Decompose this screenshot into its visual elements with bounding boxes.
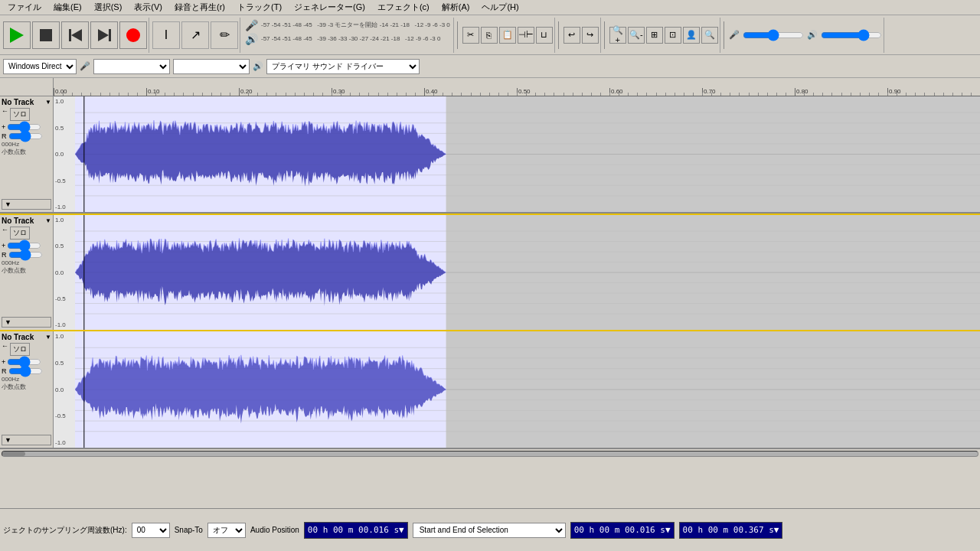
- stop-button[interactable]: [32, 21, 60, 49]
- selection-mode-dropdown[interactable]: Start and End of Selection Start and Len…: [413, 523, 566, 538]
- vu-scale-bottom: -57 -54 -51 -48 -45 -39 -36 -33 -30 -27 …: [261, 35, 440, 42]
- track-3-row: No Track ▼ ← ソロ + R 000Hz 小数点数 ▼ 1.0 0.5: [0, 331, 980, 448]
- position-label: Audio Position: [250, 526, 299, 534]
- zoom-fit-button[interactable]: ⊞: [646, 27, 663, 44]
- level-group: 🎤 🔊: [727, 18, 884, 53]
- menu-effect[interactable]: エフェクト(c): [373, 1, 434, 14]
- track-1-solo-btn[interactable]: ソロ: [10, 108, 30, 121]
- track-2-pan-slider-row: R: [2, 251, 51, 259]
- track-2-label-l: ←: [2, 226, 8, 240]
- device-toolbar: Windows Direct 🎤 🔊 プライマリ サウンド ドライバー: [0, 55, 980, 78]
- skip-end-button[interactable]: [90, 21, 118, 49]
- zoom-group: 🔍+ 🔍- ⊞ ⊡ 👤 🔍: [608, 18, 720, 53]
- audio-position-field[interactable]: 00 h 00 m 00.016 s ▼: [304, 522, 408, 539]
- menu-file[interactable]: ファイル: [3, 1, 46, 14]
- sr-dropdown[interactable]: 00: [132, 523, 170, 538]
- track-3-pan-slider[interactable]: [8, 367, 43, 375]
- skip-begin-button[interactable]: [61, 21, 89, 49]
- ruler-wrapper: 0.000.100.200.300.400.500.600.700.800.90: [0, 78, 980, 96]
- snap-dropdown[interactable]: オフ: [207, 523, 246, 538]
- menu-help[interactable]: ヘルプ(H): [477, 1, 523, 14]
- toolbar-divider-4: [724, 21, 724, 49]
- track-2-solo-mute: ← ソロ: [2, 226, 51, 240]
- track-2-dropdown-arrow[interactable]: ▼: [45, 217, 51, 224]
- ruler-spacer: [0, 78, 54, 96]
- snap-label: Snap-To: [175, 526, 203, 534]
- selection-end-field[interactable]: 00 h 00 m 00.367 s ▼: [679, 522, 783, 539]
- menu-select[interactable]: 選択(S): [90, 1, 127, 14]
- output-device-dropdown[interactable]: プライマリ サウンド ドライバー: [266, 59, 420, 74]
- paste-button[interactable]: 📋: [499, 27, 516, 44]
- input-level-slider[interactable]: [743, 29, 804, 41]
- selection-start-field[interactable]: 00 h 00 m 00.016 s ▼: [570, 522, 675, 539]
- trim-button[interactable]: ⊣⊢: [518, 27, 534, 44]
- track-1-pan-slider-row: R: [2, 132, 51, 140]
- track-3-collapse-btn[interactable]: ▼: [2, 435, 51, 445]
- edit-actions-group: ✂ ⎘ 📋 ⊣⊢ ⊔: [461, 18, 555, 53]
- silence-button[interactable]: ⊔: [536, 27, 553, 44]
- select-tool-btn[interactable]: I: [152, 21, 180, 49]
- menu-edit[interactable]: 編集(E): [49, 1, 87, 14]
- svg-rect-11: [75, 96, 446, 212]
- person-button[interactable]: 👤: [683, 27, 700, 44]
- track-2-pan-slider[interactable]: [8, 251, 43, 259]
- undo-group: ↩ ↪: [562, 18, 601, 53]
- main-toolbar: I ↗ ✏ 🎤 -57 -54 -51 -48 -45 -39 -3 モニターを…: [0, 15, 980, 55]
- channel-dropdown[interactable]: [173, 59, 250, 74]
- output-level-slider[interactable]: [821, 29, 882, 41]
- track-1-pan-slider[interactable]: [8, 132, 43, 140]
- track-label-l: ←: [2, 107, 8, 122]
- track-3-scale: 1.0 0.5 0.0 -0.5 -1.0: [54, 331, 75, 448]
- track-3-solo-mute: ← ソロ: [2, 342, 51, 357]
- track-3-name: No Track ▼: [2, 333, 51, 341]
- menu-generate[interactable]: ジェネレーター(G): [289, 1, 370, 14]
- speaker-icon-sm: 🔊: [245, 33, 258, 45]
- track-3-waveform: 1.0 0.5 0.0 -0.5 -1.0: [54, 331, 980, 448]
- zoom-out-button[interactable]: 🔍-: [628, 27, 645, 44]
- track-2-collapse-btn[interactable]: ▼: [2, 317, 51, 328]
- track-3-dropdown-arrow[interactable]: ▼: [45, 334, 51, 341]
- track-1-dropdown-arrow[interactable]: ▼: [45, 99, 51, 106]
- speaker-icon-2: 🔊: [807, 30, 818, 40]
- cut-button[interactable]: ✂: [462, 27, 479, 44]
- zoom-in-button[interactable]: 🔍+: [609, 27, 626, 44]
- track-1-scale: 1.0 0.5 0.0 -0.5 -1.0: [54, 96, 75, 212]
- track-3-solo-btn[interactable]: ソロ: [10, 343, 30, 356]
- horizontal-scrollbar[interactable]: [0, 448, 980, 458]
- menu-analyze[interactable]: 解析(A): [437, 1, 475, 14]
- scrollbar-track[interactable]: [2, 451, 978, 457]
- undo-button[interactable]: ↩: [564, 27, 580, 44]
- menu-view[interactable]: 表示(V): [129, 1, 167, 14]
- transport-group: [2, 18, 149, 53]
- track-2-solo-btn[interactable]: ソロ: [10, 227, 30, 240]
- track-3-pan-slider-row: R: [2, 367, 51, 375]
- mic-icon-2: 🎤: [729, 30, 740, 40]
- envelope-tool-btn[interactable]: ↗: [181, 21, 209, 49]
- play-button[interactable]: [3, 21, 31, 49]
- search-button[interactable]: 🔍: [701, 27, 718, 44]
- record-button[interactable]: [119, 21, 147, 49]
- mic-channel-dropdown[interactable]: [93, 59, 170, 74]
- draw-tool-btn[interactable]: ✏: [211, 21, 238, 49]
- menu-playback[interactable]: 録音と再生(r): [170, 1, 230, 14]
- copy-button[interactable]: ⎘: [481, 27, 498, 44]
- input-device-dropdown[interactable]: Windows Direct: [3, 59, 77, 74]
- scrollbar-thumb[interactable]: [2, 452, 25, 456]
- track-1-name: No Track ▼: [2, 98, 51, 106]
- track-2-svg: [54, 215, 980, 330]
- track-3-label-l: ←: [2, 342, 8, 357]
- track-1-collapse-btn[interactable]: ▼: [2, 199, 51, 210]
- toolbar-divider-2: [558, 21, 559, 49]
- track-2-name: No Track ▼: [2, 217, 51, 225]
- redo-button[interactable]: ↪: [582, 27, 599, 44]
- track-2-controls: No Track ▼ ← ソロ + R 000Hz 小数点数 ▼: [0, 215, 54, 330]
- speaker-icon-3: 🔊: [253, 61, 263, 71]
- toolbar-divider-1: [457, 21, 458, 49]
- zoom-sel-button[interactable]: ⊡: [665, 27, 681, 44]
- menu-track[interactable]: トラック(T): [233, 1, 286, 14]
- track-3-controls: No Track ▼ ← ソロ + R 000Hz 小数点数 ▼: [0, 331, 54, 448]
- track-row: No Track ▼ ← ソロ + R 000Hz 小数点数 ▼ 1.0 0.5: [0, 96, 980, 214]
- edit-tools-group: I ↗ ✏: [151, 18, 240, 53]
- track-3-bitdepth: 小数点数: [2, 383, 51, 391]
- track-2-waveform: 1.0 0.5 0.0 -0.5 -1.0: [54, 215, 980, 330]
